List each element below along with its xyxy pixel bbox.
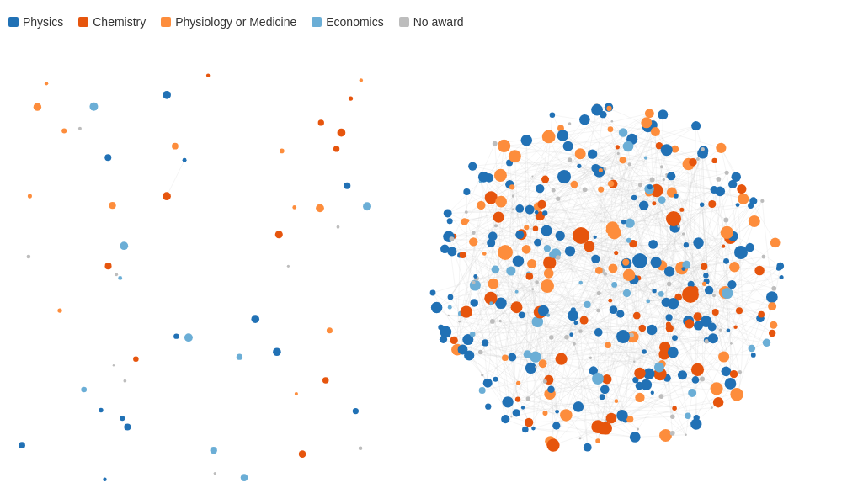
legend-item-chemistry: Chemistry [78, 15, 146, 29]
legend-item-physiology-or-medicine: Physiology or Medicine [161, 15, 296, 29]
legend-label: Economics [326, 15, 383, 29]
network-graph [0, 0, 842, 504]
legend-item-economics: Economics [312, 15, 383, 29]
legend-color-swatch [78, 17, 88, 27]
legend-item-no-award: No award [399, 15, 464, 29]
legend-label: No award [413, 15, 464, 29]
legend-item-physics: Physics [8, 15, 63, 29]
legend-color-swatch [312, 17, 322, 27]
chart-container: PhysicsChemistryPhysiology or MedicineEc… [0, 0, 842, 504]
legend-label: Physiology or Medicine [175, 15, 296, 29]
legend-label: Chemistry [93, 15, 146, 29]
legend-color-swatch [161, 17, 171, 27]
legend: PhysicsChemistryPhysiology or MedicineEc… [8, 15, 464, 29]
legend-color-swatch [399, 17, 409, 27]
legend-label: Physics [23, 15, 63, 29]
legend-color-swatch [8, 17, 19, 27]
